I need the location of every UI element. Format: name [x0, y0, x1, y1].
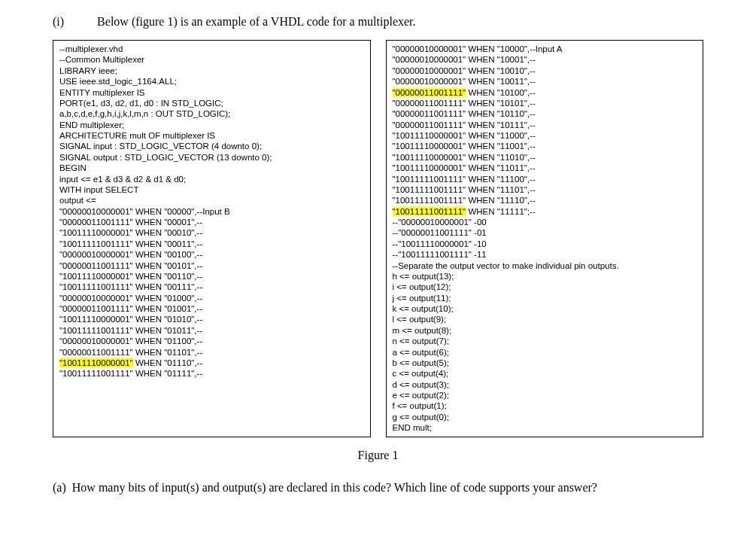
code-line: "00000011001111" WHEN "10100",-- [393, 87, 697, 98]
code-line: --"00000010000001" -00 [393, 217, 697, 227]
code-line: "10011111001111" WHEN "00011",-- [59, 239, 364, 249]
code-box-left: --multiplexer.vhd--Common MultiplexerLIB… [53, 40, 371, 437]
code-line: "10011110000001" WHEN "11011",-- [393, 163, 697, 173]
question-text: How many bits of input(s) and output(s) … [72, 481, 741, 495]
code-line: "10011111001111" WHEN "01111",-- [59, 368, 364, 379]
code-line: PORT(e1, d3, d2, d1, d0 : IN STD_LOGIC; [59, 98, 364, 108]
code-line: g <= output(0); [393, 412, 697, 422]
code-line: "10011111001111" WHEN "11111";-- [393, 206, 697, 217]
code-line: "10011111001111" WHEN "11100",-- [393, 174, 697, 184]
code-line: ENTITY multiplexer IS [59, 87, 364, 98]
code-line: "00000010000001" WHEN "01100",-- [59, 336, 364, 346]
code-line: "00000010000001" WHEN "10001",-- [393, 54, 697, 65]
code-line: "00000010000001" WHEN "10011",-- [393, 76, 697, 87]
code-line: SIGNAL output : STD_LOGIC_VECTOR (13 dow… [59, 152, 364, 163]
code-line: "00000011001111" WHEN "00101",-- [59, 260, 364, 271]
code-line: --"10011110000001" -10 [393, 239, 697, 249]
code-line: --"10011111001111" -11 [393, 249, 697, 260]
code-line: "00000010000001" WHEN "00100",-- [59, 249, 364, 260]
code-line: f <= output(1); [393, 400, 697, 411]
code-line: "00000010000001" WHEN "01000",-- [59, 293, 364, 303]
question-label: (a) [53, 481, 66, 495]
code-line: "00000010000001" WHEN "10000",--Input A [393, 44, 697, 54]
code-line: BEGIN [59, 163, 364, 173]
code-line: USE ieee.std_logic_1164.ALL; [59, 76, 364, 87]
question-header: (i) Below (figure 1) is an example of a … [15, 15, 741, 29]
part-label: (i) [53, 15, 64, 29]
code-line: "10011110000001" WHEN "11001",-- [393, 141, 697, 151]
code-line: "00000011001111" WHEN "10101",-- [393, 98, 697, 108]
code-line: h <= output(13); [393, 271, 697, 282]
code-line: --multiplexer.vhd [59, 44, 364, 54]
header-text: Below (figure 1) is an example of a VHDL… [97, 15, 415, 28]
code-line: i <= output(12); [393, 282, 697, 292]
code-line: "00000011001111" WHEN "01101",-- [59, 347, 364, 358]
code-container: --multiplexer.vhd--Common MultiplexerLIB… [53, 40, 703, 437]
code-line: "10011110000001" WHEN "00110",-- [59, 271, 364, 282]
code-line: k <= output(10); [393, 303, 697, 314]
code-line: "10011111001111" WHEN "11110",-- [393, 195, 697, 206]
code-line: a <= output(6); [393, 347, 697, 358]
code-line: END multiplexer; [59, 120, 364, 130]
code-line: "00000010000001" WHEN "00000",--Input B [59, 206, 364, 217]
code-line: "10011110000001" WHEN "11010",-- [393, 152, 697, 163]
code-line: "10011110000001" WHEN "11000",-- [393, 130, 697, 141]
code-line: output <= [59, 195, 364, 206]
code-line: --"00000011001111" -01 [393, 227, 697, 238]
code-line: SIGNAL input : STD_LOGIC_VECTOR (4 downt… [59, 141, 364, 151]
code-line: "10011110000001" WHEN "00010",-- [59, 227, 364, 238]
code-line: n <= output(7); [393, 336, 697, 346]
code-line: --Common Multiplexer [59, 54, 364, 65]
subquestion-a: (a) How many bits of input(s) and output… [15, 481, 741, 495]
code-line: LIBRARY ieee; [59, 65, 364, 76]
code-line: a,b,c,d,e,f,g,h,i,j,k,l,m,n : OUT STD_LO… [59, 108, 364, 119]
code-line: j <= output(11); [393, 293, 697, 303]
code-line: m <= output(8); [393, 325, 697, 336]
code-line: "10011111001111" WHEN "11101",-- [393, 184, 697, 195]
code-line: l <= output(9); [393, 314, 697, 324]
code-line: "10011111001111" WHEN "01011",-- [59, 325, 364, 336]
code-line: ARCHITECTURE mult OF multiplexer IS [59, 130, 364, 141]
code-line: END mult; [393, 422, 697, 433]
code-line: input <= e1 & d3 & d2 & d1 & d0; [59, 174, 364, 184]
code-box-right: "00000010000001" WHEN "10000",--Input A"… [386, 40, 704, 437]
code-line: b <= output(5); [393, 358, 697, 368]
code-line: "00000011001111" WHEN "10110",-- [393, 108, 697, 119]
code-line: --Separate the output vector to make ind… [393, 260, 697, 271]
code-line: d <= output(3); [393, 379, 697, 390]
code-line: "10011110000001" WHEN "01110",-- [59, 358, 364, 368]
code-line: e <= output(2); [393, 390, 697, 400]
code-line: WITH input SELECT [59, 184, 364, 195]
code-line: "10011110000001" WHEN "01010",-- [59, 314, 364, 324]
code-line: "00000011001111" WHEN "00001",-- [59, 217, 364, 227]
figure-label: Figure 1 [15, 449, 741, 462]
code-line: "10011111001111" WHEN "00111",-- [59, 282, 364, 292]
code-line: "00000010000001" WHEN "10010",-- [393, 65, 697, 76]
code-line: "00000011001111" WHEN "10111",-- [393, 120, 697, 130]
code-line: "00000011001111" WHEN "01001",-- [59, 303, 364, 314]
code-line: c <= output(4); [393, 368, 697, 379]
